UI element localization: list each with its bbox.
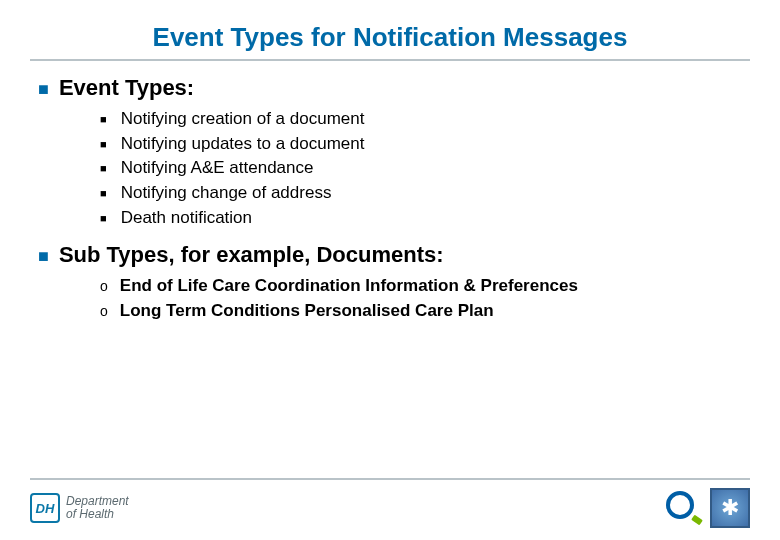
slide-content: ■ Event Types: ■Notifying creation of a …: [0, 75, 780, 323]
slide-title: Event Types for Notification Messages: [0, 0, 780, 59]
footer-divider: [30, 478, 750, 480]
square-bullet-icon: ■: [100, 161, 107, 177]
list-item-text: End of Life Care Coordination Informatio…: [120, 274, 578, 299]
list-item-text: Notifying change of address: [121, 181, 332, 206]
square-bullet-icon: ■: [100, 112, 107, 128]
dh-logo-text: Department of Health: [66, 495, 129, 520]
square-bullet-icon: ■: [100, 186, 107, 202]
circle-bullet-icon: o: [100, 276, 108, 296]
list-item: oLong Term Conditions Personalised Care …: [100, 299, 742, 324]
dh-logo-line2: of Health: [66, 508, 129, 521]
circle-bullet-icon: o: [100, 301, 108, 321]
section-heading-text: Sub Types, for example, Documents:: [59, 242, 444, 268]
list-item-text: Death notification: [121, 206, 252, 231]
list-item: ■Notifying A&E attendance: [100, 156, 742, 181]
list-item-text: Notifying creation of a document: [121, 107, 365, 132]
q-logo-icon: [666, 491, 700, 525]
sub-types-list: oEnd of Life Care Coordination Informati…: [100, 274, 742, 323]
list-item: ■Death notification: [100, 206, 742, 231]
section-heading: ■ Sub Types, for example, Documents:: [38, 242, 742, 268]
list-item-text: Notifying A&E attendance: [121, 156, 314, 181]
square-bullet-icon: ■: [100, 137, 107, 153]
title-divider: [30, 59, 750, 61]
section-heading-text: Event Types:: [59, 75, 194, 101]
dh-logo-mark: DH: [30, 493, 60, 523]
section-heading: ■ Event Types:: [38, 75, 742, 101]
square-bullet-icon: ■: [100, 211, 107, 227]
dh-logo: DH Department of Health: [30, 493, 129, 523]
list-item: ■Notifying change of address: [100, 181, 742, 206]
right-logos: ✱: [666, 488, 750, 528]
list-item-text: Notifying updates to a document: [121, 132, 365, 157]
square-bullet-icon: ■: [38, 247, 49, 265]
list-item: ■Notifying creation of a document: [100, 107, 742, 132]
footer-logos: DH Department of Health ✱: [0, 488, 780, 538]
list-item-text: Long Term Conditions Personalised Care P…: [120, 299, 494, 324]
square-bullet-icon: ■: [38, 80, 49, 98]
slide: Event Types for Notification Messages ■ …: [0, 0, 780, 540]
list-item: ■Notifying updates to a document: [100, 132, 742, 157]
slide-footer: DH Department of Health ✱: [0, 478, 780, 540]
list-item: oEnd of Life Care Coordination Informati…: [100, 274, 742, 299]
event-types-list: ■Notifying creation of a document ■Notif…: [100, 107, 742, 230]
snowflake-logo-icon: ✱: [710, 488, 750, 528]
